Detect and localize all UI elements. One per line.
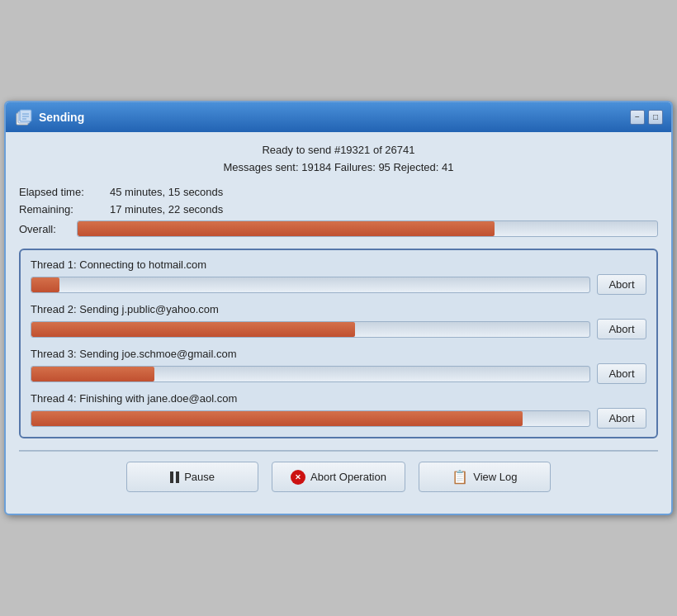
titlebar-left: Sending bbox=[14, 108, 84, 126]
thread-2-progress-bar bbox=[31, 321, 590, 338]
elapsed-value: 45 minutes, 15 seconds bbox=[110, 186, 223, 198]
thread-4-label: Thread 4: Finishing with jane.doe@aol.co… bbox=[31, 392, 646, 405]
titlebar: Sending − □ bbox=[6, 102, 671, 132]
pause-bar-right bbox=[176, 471, 179, 483]
thread-3-label: Thread 3: Sending joe.schmoe@gmail.com bbox=[31, 348, 646, 360]
thread-1-label: Thread 1: Connecting to hotmail.com bbox=[31, 258, 646, 271]
titlebar-controls: − □ bbox=[630, 110, 663, 125]
thread-3: Thread 3: Sending joe.schmoe@gmail.com A… bbox=[31, 348, 646, 384]
thread-4-progress-bar bbox=[31, 410, 590, 427]
thread-4: Thread 4: Finishing with jane.doe@aol.co… bbox=[31, 392, 646, 429]
app-icon bbox=[14, 108, 32, 126]
log-icon: 📋 bbox=[452, 469, 468, 485]
status-line2: Messages sent: 19184 Failures: 95 Reject… bbox=[19, 159, 658, 177]
minimize-button[interactable]: − bbox=[630, 110, 645, 125]
remaining-value: 17 minutes, 22 seconds bbox=[110, 203, 223, 216]
thread-2-row: Abort bbox=[31, 319, 646, 339]
status-header: Ready to send #19321 of 26741 Messages s… bbox=[19, 142, 658, 177]
remaining-row: Remaining: 17 minutes, 22 seconds bbox=[19, 203, 658, 216]
overall-progress-section: Overall: bbox=[19, 220, 658, 237]
overall-progress-bar bbox=[77, 220, 658, 237]
overall-progress-fill bbox=[78, 221, 495, 236]
thread-2-abort-button[interactable]: Abort bbox=[597, 319, 646, 339]
pause-icon bbox=[170, 471, 179, 483]
thread-2-label: Thread 2: Sending j.public@yahoo.com bbox=[31, 303, 646, 315]
stop-icon: ✕ bbox=[291, 470, 305, 485]
thread-3-progress-fill bbox=[31, 367, 154, 381]
view-log-label: View Log bbox=[473, 471, 517, 483]
thread-3-progress-bar bbox=[31, 366, 590, 382]
elapsed-label: Elapsed time: bbox=[19, 186, 110, 198]
thread-2-progress-fill bbox=[31, 322, 355, 337]
divider bbox=[19, 450, 658, 452]
content-area: Ready to send #19321 of 26741 Messages s… bbox=[6, 132, 671, 514]
thread-1-progress-bar bbox=[31, 277, 590, 293]
thread-1-progress-fill bbox=[31, 277, 59, 292]
bottom-bar: Pause ✕ Abort Operation 📋 View Log bbox=[19, 462, 658, 504]
overall-label: Overall: bbox=[19, 223, 69, 235]
pause-label: Pause bbox=[184, 471, 215, 483]
elapsed-time-row: Elapsed time: 45 minutes, 15 seconds bbox=[19, 186, 658, 198]
abort-operation-button[interactable]: ✕ Abort Operation bbox=[272, 462, 405, 492]
window-title: Sending bbox=[39, 111, 84, 124]
remaining-label: Remaining: bbox=[19, 203, 110, 216]
thread-4-abort-button[interactable]: Abort bbox=[597, 408, 646, 429]
thread-4-progress-fill bbox=[31, 411, 523, 426]
thread-3-abort-button[interactable]: Abort bbox=[597, 363, 646, 384]
thread-4-row: Abort bbox=[31, 408, 646, 429]
svg-rect-2 bbox=[20, 110, 31, 121]
abort-operation-label: Abort Operation bbox=[310, 471, 386, 483]
pause-bar-left bbox=[170, 471, 173, 483]
thread-2: Thread 2: Sending j.public@yahoo.com Abo… bbox=[31, 303, 646, 339]
thread-3-row: Abort bbox=[31, 363, 646, 384]
status-line1: Ready to send #19321 of 26741 bbox=[19, 142, 658, 159]
view-log-button[interactable]: 📋 View Log bbox=[419, 462, 551, 492]
pause-button[interactable]: Pause bbox=[126, 462, 258, 492]
thread-1-row: Abort bbox=[31, 274, 646, 295]
maximize-button[interactable]: □ bbox=[648, 110, 663, 125]
main-window: Sending − □ Ready to send #19321 of 2674… bbox=[4, 101, 673, 516]
thread-1-abort-button[interactable]: Abort bbox=[597, 274, 646, 295]
threads-container: Thread 1: Connecting to hotmail.com Abor… bbox=[19, 249, 658, 438]
thread-1: Thread 1: Connecting to hotmail.com Abor… bbox=[31, 258, 646, 295]
